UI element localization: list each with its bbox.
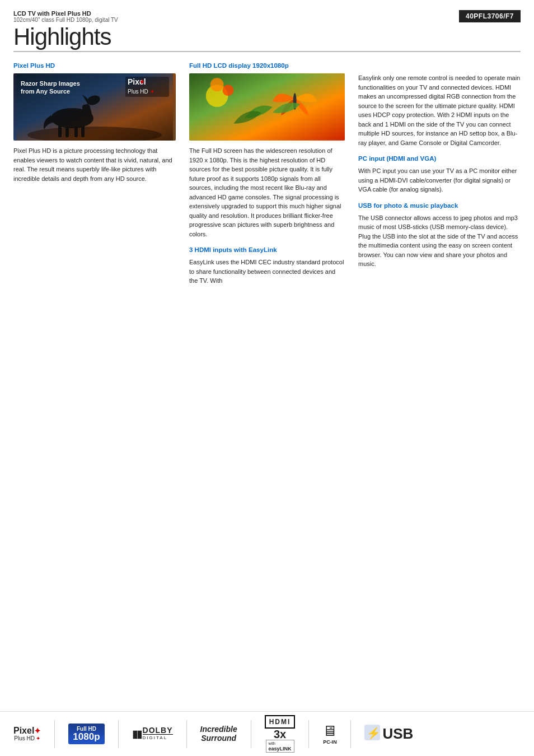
hdmi-box: HDMI <box>265 715 296 729</box>
feature2-text: The Full HD screen has the widescreen re… <box>189 146 345 239</box>
dolby-inner: ▮▮ DOLBY DIGITAL <box>132 726 173 741</box>
divider1 <box>54 720 55 748</box>
feature3-text: EasyLink uses the HDMI CEC industry stan… <box>189 258 345 286</box>
svg-point-18 <box>210 78 224 91</box>
svg-text:from Any Source: from Any Source <box>21 88 70 95</box>
fullhd-svg <box>189 73 345 141</box>
dolby-text: DOLBY <box>143 726 173 734</box>
svg-rect-7 <box>74 125 78 137</box>
incredible-text: Incredible Surround <box>200 725 237 743</box>
page-title: Highlights <box>13 25 521 49</box>
fullhd-badge-top: Full HD <box>73 726 100 732</box>
dolby-squares-icon: ▮▮ <box>132 728 141 740</box>
usb-symbol-svg: ⚡ <box>364 725 380 744</box>
col-pixel-plus: Pixel Plus HD <box>13 61 182 293</box>
badge-usb: ⚡ USB <box>364 725 413 744</box>
divider5 <box>308 720 309 748</box>
svg-text:✦: ✦ <box>139 77 146 86</box>
pixel-plus-image: Razor Sharp Images from Any Source Pixel… <box>13 73 176 141</box>
usb-text: USB <box>382 725 413 743</box>
feature1-text: Pixel Plus HD is a picture processing te… <box>13 146 176 183</box>
svg-rect-8 <box>81 125 85 137</box>
fullhd-badge-bottom: 1080p <box>73 732 100 743</box>
badge-full-hd: Full HD 1080p <box>68 724 104 745</box>
svg-text:Razor Sharp Images: Razor Sharp Images <box>21 80 80 87</box>
header-left: LCD TV with Pixel Plus HD 102cm/40" clas… <box>13 10 118 23</box>
pixel-badge-sub: Plus HD✦ <box>14 735 40 741</box>
content-grid: Pixel Plus HD <box>0 52 534 293</box>
divider6 <box>350 720 351 748</box>
hdmi-count: 3x <box>274 729 286 740</box>
svg-point-19 <box>223 85 234 96</box>
usb-icon-area: ⚡ <box>364 725 380 744</box>
badge-pixel-plus: Pixel✦ Plus HD✦ <box>13 726 41 741</box>
svg-text:⚡: ⚡ <box>367 726 380 740</box>
footer-badges: Pixel✦ Plus HD✦ Full HD 1080p ▮▮ DOLBY D… <box>0 711 534 756</box>
badge-incredible: Incredible Surround <box>200 725 237 743</box>
easylink-text: easyLINK <box>269 746 292 752</box>
product-line: LCD TV with Pixel Plus HD <box>13 10 118 17</box>
dolby-sub: DIGITAL <box>143 734 173 741</box>
feature3-heading: 3 HDMI inputs with EasyLink <box>189 246 345 253</box>
feature2-heading: Full HD LCD display 1920x1080p <box>189 62 345 69</box>
title-section: Highlights <box>0 23 534 52</box>
svg-rect-6 <box>65 125 69 137</box>
badge-pcin: 🖥 PC-IN <box>322 724 337 745</box>
feature4-heading: PC input (HDMI and VGA) <box>358 155 521 162</box>
col-easylink: Easylink only one remote control is need… <box>352 61 521 293</box>
feature4-text: With PC input you can use your TV as a P… <box>358 166 521 194</box>
pcin-text: PC-IN <box>323 739 337 745</box>
feature5-heading: USB for photo & music playback <box>358 202 521 209</box>
svg-text:✦: ✦ <box>150 88 154 95</box>
incredible-line1: Incredible <box>200 725 237 734</box>
feature3-text-cont: Easylink only one remote control is need… <box>358 73 521 147</box>
divider4 <box>251 720 251 748</box>
product-sub: 102cm/40" class Full HD 1080p, digital T… <box>13 17 118 23</box>
svg-rect-5 <box>58 125 62 137</box>
pixel-plus-svg: Razor Sharp Images from Any Source Pixel… <box>13 73 176 141</box>
fullhd-badge-box: Full HD 1080p <box>68 724 104 745</box>
pixel-badge-text: Pixel✦ <box>13 726 41 735</box>
incredible-line2: Surround <box>200 734 237 743</box>
hdmi-label: HDMI <box>269 718 291 726</box>
fullhd-image <box>189 73 345 141</box>
page-header: LCD TV with Pixel Plus HD 102cm/40" clas… <box>0 0 534 23</box>
pcin-icon: 🖥 <box>322 724 337 738</box>
divider2 <box>118 720 119 748</box>
col-fullhd: Full HD LCD display 1920x1080p <box>182 61 352 293</box>
feature5-text: The USB connector allows access to jpeg … <box>358 213 521 269</box>
divider3 <box>186 720 187 748</box>
page-wrapper: LCD TV with Pixel Plus HD 102cm/40" clas… <box>0 0 534 756</box>
svg-text:Plus HD: Plus HD <box>128 88 148 95</box>
badge-dolby: ▮▮ DOLBY DIGITAL <box>132 726 173 741</box>
easylink-label: with easyLINK <box>266 740 294 753</box>
badge-hdmi: HDMI 3x with easyLINK <box>265 715 296 753</box>
model-badge: 40PFL3706/F7 <box>459 10 521 22</box>
feature1-heading: Pixel Plus HD <box>13 62 176 69</box>
